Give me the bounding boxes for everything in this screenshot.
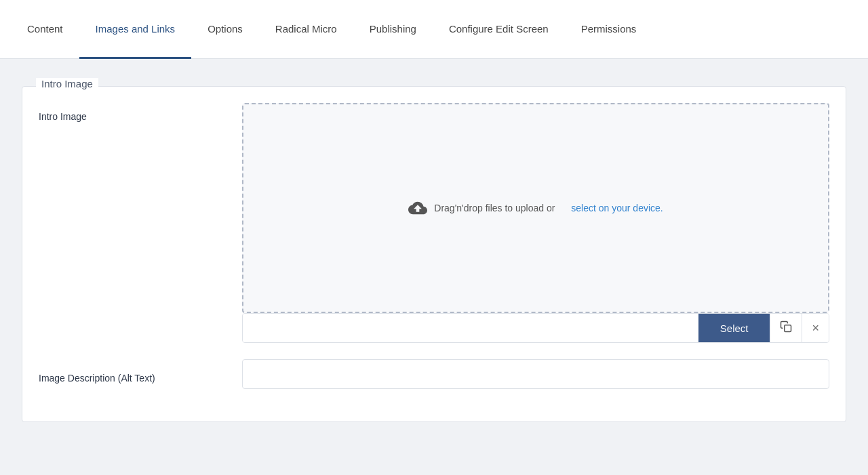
upload-device-link[interactable]: select on your device. [571,203,663,213]
tab-content[interactable]: Content [11,0,79,59]
tab-radical-micro[interactable]: Radical Micro [259,0,353,59]
copy-button[interactable] [770,314,802,342]
svg-rect-0 [785,325,791,332]
alt-text-input[interactable] [242,359,829,389]
clear-button[interactable]: × [802,314,829,342]
tab-options[interactable]: Options [191,0,259,59]
section-legend: Intro Image [36,78,98,89]
cloud-upload-icon [408,199,427,218]
copy-icon [780,321,792,335]
selected-file-input[interactable] [243,314,698,342]
tab-permissions[interactable]: Permissions [565,0,653,59]
tab-images-and-links[interactable]: Images and Links [79,0,192,59]
main-content: Intro Image Intro Image Drag'n'drop file… [0,59,868,475]
upload-text: Drag'n'drop files to upload or [434,203,555,213]
select-button[interactable]: Select [698,314,770,342]
upload-content: Drag'n'drop files to upload or select on… [408,199,663,218]
intro-image-label: Intro Image [39,103,242,122]
intro-image-field: Drag'n'drop files to upload or select on… [242,103,829,343]
intro-image-section: Intro Image Intro Image Drag'n'drop file… [22,86,846,422]
alt-text-label: Image Description (Alt Text) [39,365,242,384]
select-toolbar: Select × [242,313,829,343]
intro-image-row: Intro Image Drag'n'drop files to upload … [39,103,829,343]
tab-bar: Content Images and Links Options Radical… [0,0,868,59]
clear-icon: × [812,321,819,335]
tab-publishing[interactable]: Publishing [353,0,433,59]
alt-text-field [242,359,829,389]
upload-area[interactable]: Drag'n'drop files to upload or select on… [242,103,829,313]
tab-configure-edit-screen[interactable]: Configure Edit Screen [433,0,565,59]
alt-text-row: Image Description (Alt Text) [39,359,829,389]
